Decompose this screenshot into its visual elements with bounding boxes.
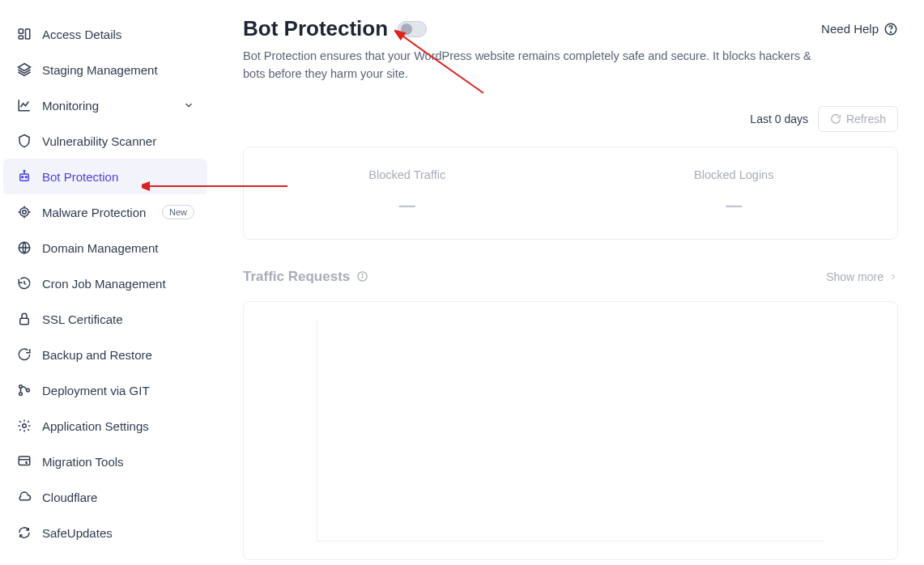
need-help-link[interactable]: Need Help: [821, 22, 898, 36]
sidebar-item-label: SSL Certificate: [42, 312, 194, 326]
chevron-right-icon: [888, 272, 898, 282]
show-more-link[interactable]: Show more: [826, 270, 898, 283]
bot-icon: [16, 168, 32, 185]
backup-icon: [16, 346, 32, 363]
svg-point-11: [19, 385, 23, 389]
access-icon: [16, 26, 32, 42]
refresh-icon: [830, 113, 841, 125]
sidebar-item-safeupdates[interactable]: SafeUpdates: [0, 515, 211, 550]
svg-rect-15: [19, 457, 30, 465]
page-header: Bot Protection Need Help: [243, 16, 898, 41]
controls-row: Last 0 days Refresh: [243, 106, 898, 132]
stat-label: Blocked Logins: [579, 168, 890, 181]
last-days-label: Last 0 days: [750, 113, 808, 125]
migration-icon: [16, 453, 32, 469]
cron-icon: [16, 275, 32, 291]
chevron-down-icon: [183, 100, 194, 111]
sidebar-item-malware-protection[interactable]: Malware Protection New: [0, 194, 211, 230]
svg-point-6: [23, 171, 25, 172]
sidebar-item-label: Backup and Restore: [42, 348, 194, 362]
svg-rect-2: [19, 36, 23, 39]
traffic-section-header: Traffic Requests Show more: [243, 269, 898, 285]
sidebar-item-application-settings[interactable]: Application Settings: [0, 408, 211, 444]
settings-icon: [16, 418, 32, 434]
staging-icon: [16, 62, 32, 78]
ssl-icon: [16, 311, 32, 327]
sidebar-item-deployment-via-git[interactable]: Deployment via GIT: [0, 372, 211, 408]
sidebar-item-label: Malware Protection: [42, 206, 155, 219]
sidebar: Access Details Staging Management Monito…: [0, 0, 211, 565]
sidebar-item-migration-tools[interactable]: Migration Tools: [0, 444, 211, 479]
refresh-button[interactable]: Refresh: [818, 106, 898, 132]
sidebar-item-cloudflare[interactable]: Cloudflare: [0, 479, 211, 515]
need-help-label: Need Help: [821, 22, 879, 36]
svg-rect-10: [20, 318, 29, 325]
stat-value: —: [252, 196, 563, 215]
shield-icon: [16, 133, 32, 149]
sidebar-item-backup-and-restore[interactable]: Backup and Restore: [0, 337, 211, 372]
page-description: Bot Protection ensures that your WordPre…: [243, 48, 826, 83]
stat-blocked-traffic: Blocked Traffic —: [244, 147, 571, 239]
svg-rect-0: [19, 29, 23, 33]
svg-point-12: [19, 393, 23, 396]
sidebar-item-label: Domain Management: [42, 241, 194, 255]
stat-label: Blocked Traffic: [252, 168, 563, 181]
stat-blocked-logins: Blocked Logins —: [571, 147, 898, 239]
sidebar-item-label: Staging Management: [42, 63, 194, 77]
safeupdates-icon: [16, 525, 32, 541]
new-badge: New: [162, 205, 194, 219]
sidebar-item-label: Vulnerability Scanner: [42, 134, 194, 148]
info-icon[interactable]: [356, 270, 368, 282]
cloud-icon: [16, 489, 32, 505]
sidebar-item-monitoring[interactable]: Monitoring: [0, 87, 211, 123]
domain-icon: [16, 240, 32, 256]
stats-card: Blocked Traffic — Blocked Logins —: [243, 147, 898, 240]
sidebar-item-staging-management[interactable]: Staging Management: [0, 52, 211, 87]
traffic-requests-title: Traffic Requests: [243, 269, 368, 285]
sidebar-item-cron-job-management[interactable]: Cron Job Management: [0, 266, 211, 301]
monitoring-icon: [16, 97, 32, 113]
sidebar-item-access-details[interactable]: Access Details: [0, 16, 211, 52]
traffic-requests-card: [243, 301, 898, 560]
main-content: Bot Protection Need Help Bot Protection …: [211, 0, 924, 565]
stat-value: —: [579, 196, 890, 215]
show-more-label: Show more: [826, 270, 884, 283]
bot-protection-toggle[interactable]: [398, 21, 427, 37]
sidebar-item-label: Deployment via GIT: [42, 384, 194, 397]
svg-point-8: [23, 210, 27, 215]
sidebar-item-label: Migration Tools: [42, 455, 194, 469]
sidebar-item-domain-management[interactable]: Domain Management: [0, 230, 211, 266]
sidebar-item-label: Monitoring: [42, 99, 183, 113]
refresh-label: Refresh: [846, 113, 886, 125]
sidebar-item-label: SafeUpdates: [42, 526, 194, 540]
sidebar-item-label: Access Details: [42, 28, 194, 41]
svg-point-19: [362, 274, 363, 275]
help-icon: [884, 22, 898, 36]
svg-point-4: [22, 176, 23, 178]
svg-rect-1: [26, 29, 30, 39]
svg-point-14: [23, 424, 27, 428]
chart-placeholder: [317, 320, 824, 542]
svg-point-7: [20, 208, 29, 217]
sidebar-item-ssl-certificate[interactable]: SSL Certificate: [0, 301, 211, 337]
sidebar-item-vulnerability-scanner[interactable]: Vulnerability Scanner: [0, 123, 211, 159]
toggle-knob: [401, 23, 412, 35]
sidebar-item-label: Application Settings: [42, 419, 194, 433]
malware-icon: [16, 204, 32, 220]
sidebar-item-label: Bot Protection: [42, 170, 191, 184]
svg-point-5: [25, 176, 27, 178]
sidebar-item-label: Cloudflare: [42, 491, 194, 504]
svg-point-17: [890, 32, 891, 32]
sidebar-item-label: Cron Job Management: [42, 277, 194, 291]
title-group: Bot Protection: [243, 16, 427, 41]
sidebar-item-bot-protection[interactable]: Bot Protection: [3, 159, 207, 194]
page-title: Bot Protection: [243, 16, 388, 41]
git-icon: [16, 382, 32, 398]
